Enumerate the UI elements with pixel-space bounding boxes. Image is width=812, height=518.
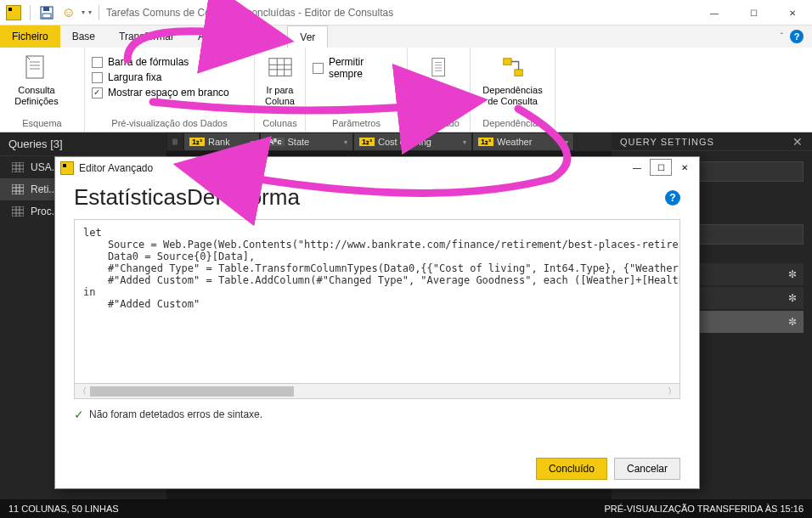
ir-para-coluna-button[interactable]: Ir para Coluna [262, 51, 298, 116]
table-icon [172, 137, 178, 147]
svg-rect-3 [26, 56, 43, 78]
status-right: PRÉ-VISUALIZAÇÃO TRANSFERIDA ÀS 15:16 [604, 504, 804, 514]
group-previs: Pré-visualização dos Dados [92, 116, 247, 130]
type-tag: Aᴮc [266, 138, 285, 146]
column-header[interactable]: 1₂³Weather▾ [472, 132, 574, 151]
tab-adicionar[interactable]: Adicionar Coluna [186, 25, 287, 48]
dialog-heading: EstatísticasDeReforma [74, 184, 300, 211]
column-name: Weather [497, 137, 532, 147]
column-name: State [288, 137, 310, 147]
app-icon [60, 161, 74, 175]
syntax-message: Não foram detetados erros de sintaxe. [89, 408, 262, 420]
tab-transformar[interactable]: Transformar [107, 25, 186, 48]
largura-fixa-checkbox[interactable]: Largura fixa [92, 70, 247, 85]
svg-rect-34 [172, 139, 178, 144]
save-icon[interactable] [37, 3, 56, 22]
grid-icon [267, 54, 294, 82]
chevron-down-icon[interactable]: ▾ [565, 138, 568, 146]
horizontal-scrollbar[interactable]: 〈 〉 [74, 384, 680, 399]
barra-formulas-checkbox[interactable]: Barra de fórmulas [92, 54, 247, 70]
barra-formulas-label: Barra de fórmulas [108, 56, 189, 68]
help-icon[interactable]: ? [665, 190, 680, 206]
app-icon [4, 3, 23, 22]
cancel-button[interactable]: Cancelar [614, 458, 680, 480]
quick-access: ☺ ▾ ▾ [0, 3, 103, 22]
table-icon [12, 184, 24, 194]
ribbon: Consulta Definições Esquema Barra de fór… [0, 48, 812, 132]
column-header[interactable]: 1₂³Rank▾ [183, 132, 260, 151]
qat-dropdown-icon[interactable]: ▾ [82, 8, 85, 16]
document-icon [426, 54, 453, 82]
svg-rect-2 [42, 14, 51, 18]
chevron-down-icon[interactable]: ▾ [251, 138, 254, 146]
query-label: Reti... [31, 183, 57, 195]
divider [30, 5, 31, 20]
settings-title: QUERY SETTINGS [620, 137, 714, 147]
row-header-corner[interactable] [166, 132, 183, 151]
dialog-maximize-icon[interactable]: ☐ [650, 159, 672, 176]
permitir-sempre-label: Permitir sempre [329, 56, 400, 80]
gear-icon: ✼ [788, 292, 797, 304]
group-avancado: Avançado [414, 116, 463, 130]
column-name: Rank [208, 137, 230, 147]
largura-fixa-label: Largura fixa [108, 71, 161, 83]
tab-file[interactable]: Ficheiro [0, 25, 60, 48]
avancado-editor-button[interactable]: Avançado Editor [414, 51, 463, 116]
avancado-editor-label: Avançado Editor [418, 85, 460, 106]
svg-rect-1 [43, 7, 49, 11]
table-icon [12, 206, 24, 217]
svg-rect-12 [431, 59, 444, 76]
qat-customize-icon[interactable]: ▾ [88, 8, 92, 16]
help-icon[interactable]: ? [790, 30, 804, 43]
close-icon[interactable]: ✕ [792, 135, 804, 149]
consulta-definicoes-label: Consulta Definições [14, 85, 58, 106]
minimize-button[interactable]: — [695, 0, 734, 25]
ir-para-coluna-label: Ir para Coluna [265, 85, 295, 106]
feedback-icon[interactable]: ☺ [59, 3, 78, 22]
dialog-close-icon[interactable]: ✕ [674, 159, 696, 176]
permitir-sempre-checkbox[interactable]: Permitir sempre [313, 54, 400, 82]
checkmark-icon: ✓ [74, 408, 84, 421]
type-tag: 1₂³ [359, 138, 375, 146]
type-tag: 1₂³ [478, 138, 493, 146]
table-icon [12, 162, 24, 172]
svg-rect-29 [12, 206, 24, 217]
maximize-button[interactable]: ☐ [734, 0, 773, 25]
dependencies-icon [499, 54, 527, 82]
group-esquema: Esquema [7, 116, 77, 130]
mostrar-espaco-checkbox[interactable]: Mostrar espaço em branco [92, 85, 247, 100]
queries-header: Queries [3] [0, 132, 166, 156]
settings-header: QUERY SETTINGS ✕ [612, 132, 812, 151]
done-button[interactable]: Concluído [536, 458, 607, 480]
dialog-titlebar[interactable]: Editor Avançado — ☐ ✕ [55, 157, 699, 179]
dependencias-label: Dependências de Consulta [482, 85, 542, 106]
svg-rect-17 [503, 59, 510, 65]
svg-rect-19 [12, 162, 24, 172]
column-name: Cost of living [378, 137, 431, 147]
code-textarea[interactable]: let Source = Web.Page(Web.Contents("http… [74, 219, 680, 384]
chevron-down-icon[interactable]: ▾ [463, 138, 466, 146]
chevron-down-icon[interactable]: ▾ [344, 138, 347, 146]
ribbon-tabs: Ficheiro Base Transformar Adicionar Colu… [0, 25, 812, 48]
scroll-left-icon[interactable]: 〈 [78, 386, 87, 397]
tab-base[interactable]: Base [60, 25, 107, 48]
close-button[interactable]: ✕ [773, 0, 812, 25]
column-header[interactable]: AᴮcState▾ [260, 132, 353, 151]
dialog-title: Editor Avançado [79, 162, 153, 174]
scroll-thumb[interactable] [90, 386, 294, 397]
status-left: 11 COLUNAS, 50 LINHAS [8, 504, 119, 514]
dependencias-button[interactable]: Dependências de Consulta [477, 51, 548, 116]
svg-rect-7 [268, 59, 290, 76]
consulta-definicoes-button[interactable]: Consulta Definições [7, 51, 66, 116]
scroll-right-icon[interactable]: 〉 [668, 386, 676, 397]
statusbar: 11 COLUNAS, 50 LINHAS PRÉ-VISUALIZAÇÃO T… [0, 499, 812, 518]
column-header[interactable]: 1₂³Cost of living▾ [353, 132, 472, 151]
collapse-ribbon-icon[interactable]: ˆ [781, 32, 783, 42]
group-dependencias: Dependências [477, 116, 548, 130]
settings-page-icon [23, 54, 50, 82]
svg-rect-24 [12, 184, 24, 194]
mostrar-espaco-label: Mostrar espaço em branco [108, 87, 229, 99]
type-tag: 1₂³ [189, 138, 205, 146]
dialog-minimize-icon[interactable]: — [626, 159, 648, 176]
tab-ver[interactable]: Ver [287, 25, 328, 48]
